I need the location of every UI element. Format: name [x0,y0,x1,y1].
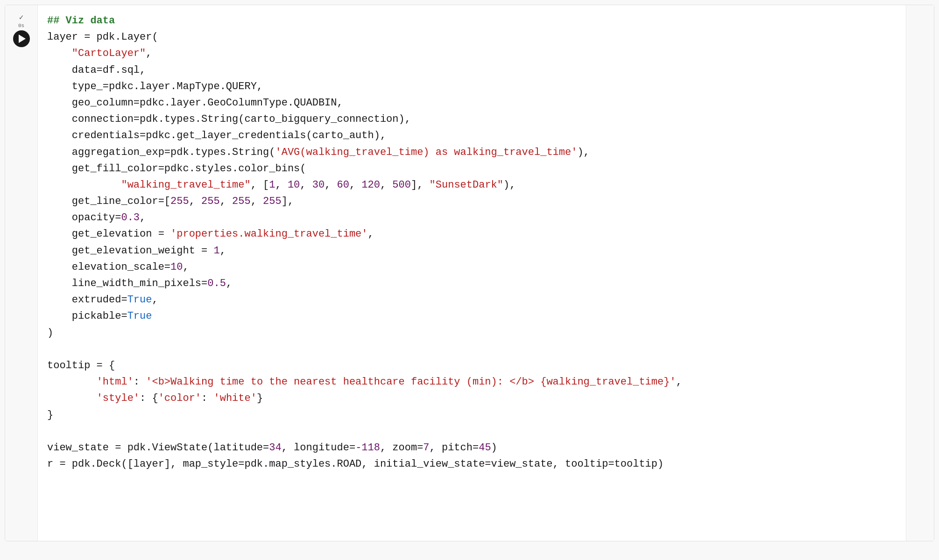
code-line: r = pdk.Deck([layer], map_style=pdk.map_… [47,456,897,472]
code-line: type_=pdkc.layer.MapType.QUERY, [47,78,897,95]
code-line: layer = pdk.Layer( [47,29,897,45]
code-line: elevation_scale=10, [47,259,897,275]
code-line: credentials=pdkc.get_layer_credentials(c… [47,127,897,144]
run-button[interactable] [13,30,30,47]
code-line: "CartoLayer", [47,45,897,62]
cell-content: ## Viz datalayer = pdk.Layer( "CartoLaye… [38,5,906,541]
cell-right-gutter [906,5,934,541]
cell-status: 0s [18,23,24,28]
code-line [47,423,897,440]
code-line: get_elevation = 'properties.walking_trav… [47,226,897,242]
run-icon [19,35,26,43]
code-line: connection=pdk.types.String(carto_bigque… [47,111,897,127]
code-line: get_fill_color=pdkc.styles.color_bins( [47,161,897,177]
code-line: pickable=True [47,308,897,324]
code-line: view_state = pdk.ViewState(latitude=34, … [47,440,897,456]
code-line: opacity=0.3, [47,210,897,226]
cell-checkmark: ✓ [19,13,24,22]
code-line: line_width_min_pixels=0.5, [47,275,897,292]
code-line: aggregation_exp=pdk.types.String('AVG(wa… [47,144,897,161]
code-line: data=df.sql, [47,62,897,78]
code-line [47,341,897,357]
code-line: "walking_travel_time", [1, 10, 30, 60, 1… [47,177,897,193]
code-line: } [47,407,897,423]
code-line: extruded=True, [47,292,897,308]
code-line: geo_column=pdkc.layer.GeoColumnType.QUAD… [47,95,897,111]
code-line: tooltip = { [47,357,897,374]
code-line: get_line_color=[255, 255, 255, 255], [47,193,897,210]
code-editor[interactable]: ## Viz datalayer = pdk.Layer( "CartoLaye… [47,13,897,472]
code-line: get_elevation_weight = 1, [47,243,897,259]
code-line: 'style': {'color': 'white'} [47,390,897,406]
cell-gutter: ✓ 0s [5,5,38,541]
notebook-cell: ✓ 0s ## Viz datalayer = pdk.Layer( "Cart… [5,5,934,541]
code-line: ) [47,325,897,341]
code-line: ## Viz data [47,13,897,29]
code-line: 'html': '<b>Walking time to the nearest … [47,374,897,390]
